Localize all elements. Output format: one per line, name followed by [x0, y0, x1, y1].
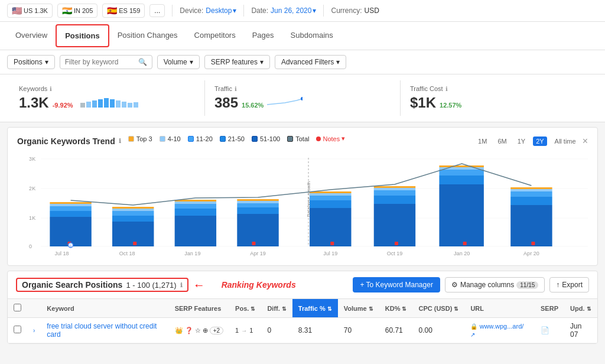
upd-sort-icon[interactable]: ⇅: [587, 306, 591, 312]
pos-sort-icon[interactable]: ⇅: [251, 306, 255, 312]
row-url: 🔒 www.wpg...ard/ ↗: [464, 318, 535, 343]
period-all[interactable]: All time: [552, 136, 579, 146]
svg-rect-53: [252, 242, 255, 245]
traffic-sort-icon[interactable]: ⇅: [327, 306, 332, 312]
kd-sort-icon[interactable]: ⇅: [402, 306, 406, 312]
svg-rect-46: [510, 205, 552, 246]
positions-table-wrapper: Keyword SERP Features Pos. ⇅ Diff. ⇅ Tra…: [8, 299, 597, 343]
svg-text:Jul 18: Jul 18: [54, 251, 69, 256]
svg-rect-28: [237, 203, 278, 207]
svg-text:Oct 19: Oct 19: [387, 251, 403, 256]
period-1y[interactable]: 1Y: [515, 136, 528, 146]
svg-text:Jan 20: Jan 20: [454, 251, 470, 256]
chart-title: Organic Keywords Trend ℹ: [17, 136, 121, 146]
positions-filter[interactable]: Positions ▾: [7, 55, 55, 69]
pos-arrow-icon: →: [241, 327, 247, 334]
chart-close-button[interactable]: ×: [583, 136, 588, 147]
row-checkbox[interactable]: [14, 326, 21, 333]
tab-competitors[interactable]: Competitors: [186, 25, 244, 47]
period-2y[interactable]: 2Y: [533, 136, 547, 146]
country-es[interactable]: 🇪🇸 ES 159: [102, 4, 145, 18]
legend-4-10[interactable]: 4-10: [160, 135, 181, 142]
serp-features-filter[interactable]: SERP features ▾: [204, 55, 270, 69]
row-updated: Jun 07: [564, 318, 597, 343]
svg-rect-42: [439, 176, 483, 184]
svg-rect-33: [310, 196, 351, 200]
period-1m[interactable]: 1M: [475, 136, 490, 146]
row-keyword: free trial cloud server without credit c…: [41, 318, 168, 343]
select-all-checkbox[interactable]: [14, 304, 21, 311]
row-expand[interactable]: ›: [27, 318, 41, 343]
country-in[interactable]: 🇮🇳 IN 205: [57, 4, 97, 18]
traffic-cost-info-icon[interactable]: ℹ: [445, 86, 448, 92]
diff-sort-icon[interactable]: ⇅: [282, 306, 287, 312]
svg-text:Apr 19: Apr 19: [250, 251, 266, 256]
currency-display: Currency: USD: [331, 6, 379, 15]
device-dropdown[interactable]: Desktop ▾: [206, 6, 236, 15]
th-kd: KD% ⇅: [379, 299, 413, 318]
country-us[interactable]: 🇺🇸 US 1.3K: [7, 4, 53, 18]
svg-rect-32: [310, 200, 351, 208]
more-countries-button[interactable]: ...: [149, 4, 165, 17]
tab-pages[interactable]: Pages: [244, 25, 282, 47]
volume-sort-icon[interactable]: ⇅: [369, 306, 373, 312]
svg-rect-23: [175, 204, 216, 209]
svg-rect-43: [439, 170, 483, 176]
svg-rect-50: [510, 187, 552, 189]
row-pos: 1 → 1: [229, 318, 261, 343]
th-diff: Diff. ⇅: [261, 299, 292, 318]
tab-overview[interactable]: Overview: [7, 25, 56, 47]
legend-21-50[interactable]: 21-50: [220, 135, 245, 142]
svg-rect-40: [374, 186, 415, 188]
lock-icon: 🔒: [470, 323, 477, 330]
cpc-sort-icon[interactable]: ⇅: [454, 306, 458, 312]
row-diff: 0: [261, 318, 292, 343]
manage-columns-button[interactable]: ⚙ Manage columns 11/15: [445, 277, 545, 292]
keywords-info-icon[interactable]: ℹ: [50, 86, 52, 92]
svg-rect-52: [133, 242, 136, 245]
search-icon: 🔍: [138, 58, 147, 66]
svg-point-0: [301, 97, 302, 100]
th-url: URL: [464, 299, 535, 318]
positions-table: Keyword SERP Features Pos. ⇅ Diff. ⇅ Tra…: [8, 299, 597, 343]
legend-total[interactable]: Total: [287, 135, 309, 142]
period-6m[interactable]: 6M: [495, 136, 509, 146]
date-dropdown[interactable]: Jun 26, 2020 ▾: [271, 6, 316, 15]
tab-subdomains[interactable]: Subdomains: [282, 25, 341, 47]
keyword-link[interactable]: free trial cloud server without credit c…: [47, 322, 157, 339]
url-link[interactable]: www.wpg...ard/: [480, 323, 524, 330]
legend-top3[interactable]: Top 3: [128, 135, 152, 142]
export-button[interactable]: ↑ Export: [549, 277, 589, 292]
serp-doc-icon: 📄: [541, 326, 549, 334]
chart-info-icon[interactable]: ℹ: [119, 138, 121, 144]
tab-position-changes[interactable]: Position Changes: [109, 25, 186, 47]
svg-text:2K: 2K: [29, 186, 35, 191]
row-kd: 60.71: [379, 318, 413, 343]
svg-rect-14: [50, 204, 91, 206]
traffic-sparkline: [267, 96, 302, 108]
th-traffic-pct: Traffic % ⇅: [292, 299, 338, 318]
svg-rect-57: [531, 242, 535, 245]
keyword-input[interactable]: [65, 58, 136, 66]
advanced-filters[interactable]: Advanced Filters ▾: [275, 55, 346, 69]
keyword-manager-button[interactable]: + To Keyword Manager: [353, 277, 440, 292]
legend-11-20[interactable]: 11-20: [188, 135, 213, 142]
volume-filter[interactable]: Volume ▾: [157, 55, 200, 69]
svg-rect-29: [237, 201, 278, 203]
svg-text:G: G: [70, 244, 72, 248]
svg-text:1K: 1K: [29, 215, 35, 221]
traffic-info-icon[interactable]: ℹ: [235, 86, 237, 92]
svg-rect-17: [112, 216, 154, 222]
tab-positions[interactable]: Positions: [56, 24, 109, 47]
legend-51-100[interactable]: 51-100: [252, 135, 280, 142]
keyword-search[interactable]: 🔍: [60, 55, 152, 69]
th-keyword: Keyword: [41, 299, 168, 318]
external-link-icon[interactable]: ↗: [470, 332, 475, 338]
svg-rect-38: [374, 190, 415, 196]
device-selector: Device: Desktop ▾: [180, 6, 236, 15]
section-info-icon[interactable]: ℹ: [180, 282, 183, 288]
svg-rect-36: [374, 204, 415, 246]
columns-badge: 11/15: [516, 281, 538, 289]
notes-dropdown[interactable]: Notes ▾: [316, 135, 345, 142]
serp-question-icon: ❓: [185, 327, 193, 334]
